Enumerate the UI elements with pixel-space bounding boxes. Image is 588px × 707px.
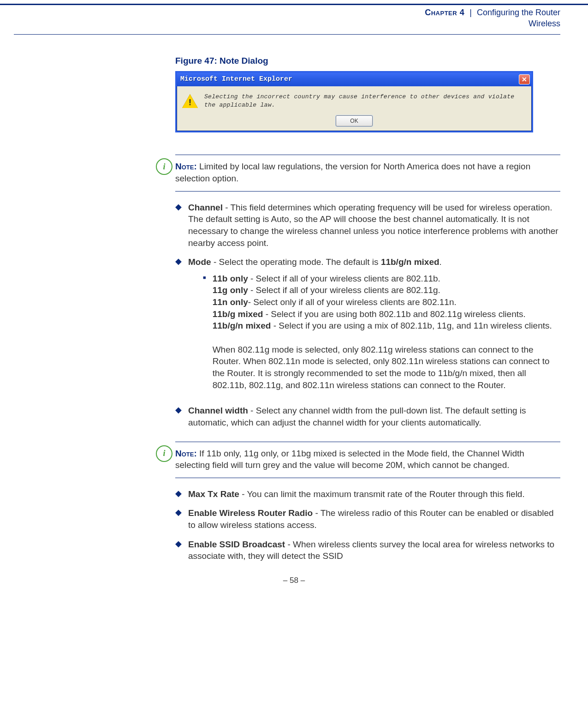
desc-mode-pre: - Select the operating mode. The default… [211, 257, 381, 267]
desc-11bg: - Select if you are using both 802.11b a… [263, 309, 525, 319]
term-11bg: 11b/g mixed [213, 309, 263, 319]
note-label: Note: [175, 449, 197, 458]
page-header: Chapter 4 | Configuring the Router Wirel… [0, 5, 588, 31]
diamond-bullet-icon: ◆ [175, 256, 182, 397]
list-item: ◆ Mode - Select the operating mode. The … [175, 256, 560, 397]
note-label: Note: [175, 162, 197, 171]
desc-11bgn: - Select if you are using a mix of 802.1… [271, 321, 552, 330]
info-icon: i [156, 158, 172, 175]
desc-11b: - Select if all of your wireless clients… [248, 274, 440, 283]
square-bullet-icon: ■ [203, 273, 206, 391]
term-cw: Channel width [188, 406, 248, 415]
note-text: Limited by local law regulations, the ve… [175, 162, 530, 183]
diamond-bullet-icon: ◆ [175, 488, 182, 500]
dialog-titlebar: Microsoft Internet Explorer ✕ [177, 72, 532, 86]
term-11g: 11g only [213, 285, 248, 295]
note-dialog: Microsoft Internet Explorer ✕ ! Selectin… [175, 71, 533, 132]
page-number: – 58 – [0, 576, 588, 585]
list-item: ◆ Enable Wireless Router Radio - The wir… [175, 507, 560, 531]
dialog-message: Selecting the incorrect country may caus… [204, 93, 526, 109]
list-item: ◆ Channel - This field determines which … [175, 202, 560, 249]
list-item: ◆ Enable SSID Broadcast - When wireless … [175, 539, 560, 562]
list-item: ◆ Channel width - Select any channel wid… [175, 405, 560, 428]
dialog-title: Microsoft Internet Explorer [180, 75, 519, 84]
header-separator: | [467, 8, 475, 17]
mode-para: When 802.11g mode is selected, only 802.… [213, 345, 550, 390]
close-icon[interactable]: ✕ [519, 74, 530, 84]
warning-icon: ! [182, 94, 198, 108]
diamond-bullet-icon: ◆ [175, 539, 182, 562]
list-item: ◆ Max Tx Rate - You can limit the maximu… [175, 488, 560, 500]
term-11b: 11b only [213, 274, 248, 283]
diamond-bullet-icon: ◆ [175, 202, 182, 249]
chapter-label: Chapter 4 [425, 8, 464, 17]
desc-11n: - Select only if all of your wireless cl… [248, 297, 457, 307]
term-ssid: Enable SSID Broadcast [188, 539, 285, 549]
term-maxtx: Max Tx Rate [188, 489, 239, 499]
mode-default: 11b/g/n mixed [381, 257, 440, 267]
header-rule [14, 34, 560, 35]
desc-11g: - Select if all of your wireless clients… [248, 285, 440, 295]
term-11bgn: 11b/g/n mixed [213, 321, 271, 330]
info-icon: i [156, 445, 172, 462]
term-channel: Channel [188, 203, 223, 212]
term-mode: Mode [188, 257, 211, 267]
term-radio: Enable Wireless Router Radio [188, 508, 313, 518]
note-block: i Note: If 11b only, 11g only, or 11bg m… [175, 442, 560, 478]
sub-list-item: ■ 11b only - Select if all of your wirel… [203, 273, 560, 391]
term-11n: 11n only [213, 297, 248, 307]
ok-button[interactable]: OK [336, 115, 373, 126]
figure-caption: Figure 47: Note Dialog [175, 55, 560, 67]
desc-mode-post: . [440, 257, 442, 267]
desc-maxtx: - You can limit the maximum transmit rat… [239, 489, 525, 499]
note-text: If 11b only, 11g only, or 11bg mixed is … [175, 449, 524, 470]
chapter-title: Configuring the Router [477, 8, 560, 17]
diamond-bullet-icon: ◆ [175, 405, 182, 428]
diamond-bullet-icon: ◆ [175, 507, 182, 531]
note-block: i Note: Limited by local law regulations… [175, 155, 560, 191]
header-subtitle: Wireless [425, 18, 560, 29]
desc-channel: - This field determines which operating … [188, 203, 558, 248]
